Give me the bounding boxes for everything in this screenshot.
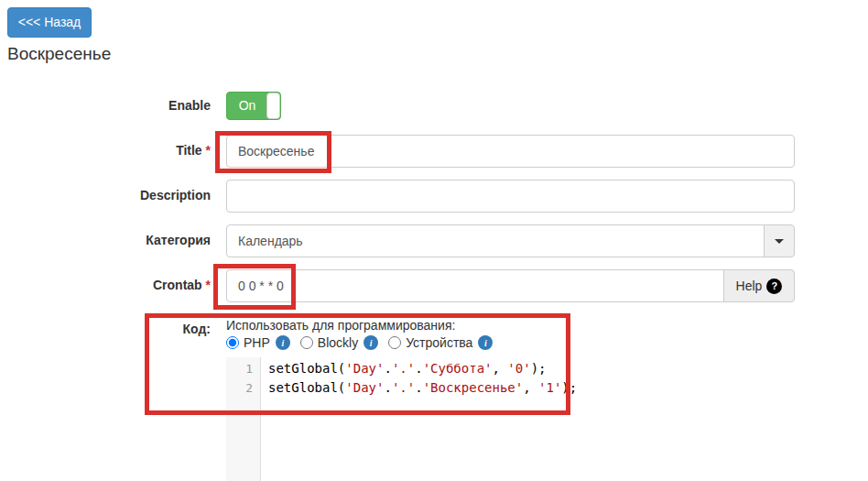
radio-php-label: PHP <box>244 335 270 350</box>
info-circle-icon[interactable]: i <box>363 335 378 350</box>
radio-blockly[interactable] <box>300 336 313 349</box>
title-label: Title * <box>0 143 211 158</box>
description-label: Description <box>0 188 211 202</box>
radio-devices[interactable] <box>388 336 401 349</box>
back-button[interactable]: <<< Назад <box>7 7 92 38</box>
enable-toggle[interactable]: On <box>226 92 281 120</box>
crontab-label: Crontab * <box>0 278 211 292</box>
code-mode-radios: PHP i Blockly i Устройства i <box>226 335 503 350</box>
info-circle-icon[interactable]: i <box>478 335 493 350</box>
category-label: Категория <box>0 233 211 247</box>
mode-php: PHP i <box>226 335 300 350</box>
title-label-text: Title <box>176 143 202 158</box>
crontab-help-button[interactable]: Help ? <box>723 269 795 302</box>
description-input[interactable] <box>226 180 795 213</box>
code-mode-caption: Использовать для программирования: <box>226 318 455 333</box>
category-dropdown-button[interactable] <box>764 224 795 257</box>
title-input[interactable] <box>226 135 795 168</box>
crontab-input[interactable] <box>226 269 724 302</box>
category-input[interactable] <box>226 224 765 257</box>
code-line[interactable]: setGlobal('Day'.'.'.'Воскресенье', '1'); <box>268 378 795 398</box>
enable-label: Enable <box>0 98 211 113</box>
line-number: 2 <box>226 378 260 398</box>
code-gutter: 12 <box>226 357 261 481</box>
help-label: Help <box>736 279 763 293</box>
page-title: Воскресенье <box>7 44 111 64</box>
toggle-handle-icon[interactable] <box>266 93 280 119</box>
caret-down-icon <box>775 239 784 244</box>
mode-blockly: Blockly i <box>300 335 388 350</box>
title-required-mark: * <box>206 143 211 158</box>
code-label: Код: <box>0 322 211 336</box>
scenario-edit-page: <<< Назад Воскресенье Enable On Title * … <box>0 0 868 481</box>
question-circle-icon: ? <box>766 279 782 294</box>
radio-blockly-label: Blockly <box>318 335 358 350</box>
radio-devices-label: Устройства <box>406 335 472 350</box>
crontab-label-text: Crontab <box>153 278 202 292</box>
toggle-on-label: On <box>227 93 267 119</box>
radio-php[interactable] <box>226 336 239 349</box>
line-number: 1 <box>226 359 260 378</box>
crontab-required-mark: * <box>206 278 211 292</box>
info-circle-icon[interactable]: i <box>276 335 290 350</box>
mode-devices: Устройства i <box>388 335 503 350</box>
code-line[interactable]: setGlobal('Day'.'.'.'Суббота', '0'); <box>268 359 795 378</box>
code-editor[interactable]: setGlobal('Day'.'.'.'Суббота', '0');setG… <box>268 357 795 481</box>
